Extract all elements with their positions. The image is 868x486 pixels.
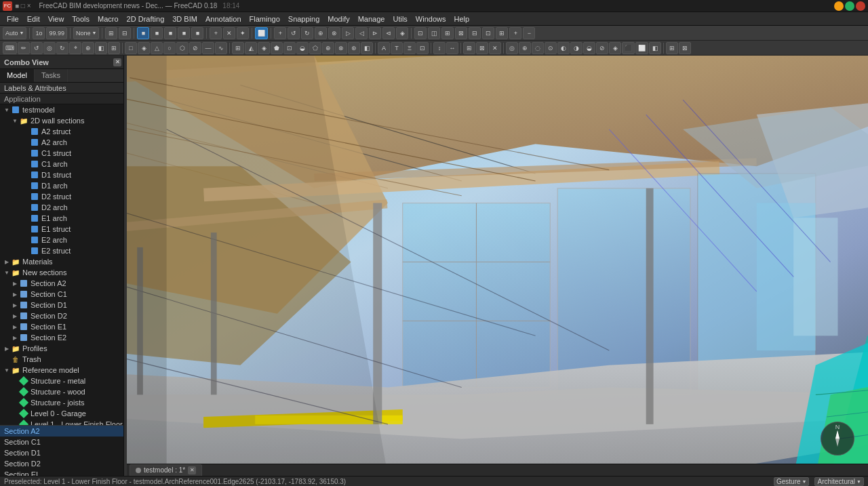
tb2-3[interactable]: ↺ (31, 42, 43, 54)
tb2-38[interactable]: ◎ (506, 42, 518, 54)
tb2-36[interactable]: ⊠ (476, 42, 488, 54)
tree-item-section-c1[interactable]: ▶ Section C1 (0, 289, 123, 300)
tb2-45[interactable]: ⊘ (596, 42, 608, 54)
tree-item-struct-joists[interactable]: ▶ Structure - joists (0, 397, 123, 408)
menu-manage[interactable]: Manage (354, 14, 389, 24)
tab-model[interactable]: Model (0, 69, 35, 82)
tb-extra19[interactable]: − (523, 27, 535, 39)
tb-extra13[interactable]: ⊞ (441, 27, 454, 39)
tb2-10[interactable]: □ (125, 42, 137, 54)
tb2-2[interactable]: ✏ (18, 42, 30, 54)
tb2-4[interactable]: ◎ (43, 42, 56, 54)
tb2-31[interactable]: Ξ (403, 42, 416, 54)
bottom-section-a2[interactable]: Section A2 (0, 426, 123, 437)
tb-extra5[interactable]: ⊗ (328, 27, 340, 39)
tree-item-testmodel[interactable]: ▼ testmodel (0, 104, 123, 115)
tb2-17[interactable]: ∿ (215, 42, 227, 54)
tb2-8[interactable]: ◧ (95, 42, 107, 54)
tb2-18[interactable]: ⊞ (232, 42, 244, 54)
tb-snap4[interactable]: ■ (178, 27, 190, 39)
tb2-19[interactable]: ◭ (245, 42, 257, 54)
tb2-12[interactable]: △ (151, 42, 163, 54)
tb2-40[interactable]: ◌ (532, 42, 544, 54)
tb2-47[interactable]: ⬛ (622, 42, 635, 54)
tb-grid2[interactable]: ⊟ (119, 27, 131, 39)
model-tree[interactable]: ▼ testmodel ▼ 📁 2D wall sections ▶ A2 st… (0, 104, 123, 425)
tb2-51[interactable]: ⊠ (679, 42, 691, 54)
tb2-14[interactable]: ⬡ (176, 42, 189, 54)
tb2-49[interactable]: ◧ (649, 42, 661, 54)
tree-item-level0[interactable]: ▶ Level 0 - Garage (0, 408, 123, 419)
tb-extra3[interactable]: ↻ (301, 27, 313, 39)
tree-item-2d-wall[interactable]: ▼ 📁 2D wall sections (0, 115, 123, 126)
tree-item-d2-arch[interactable]: ▶ D2 arch (0, 202, 123, 213)
menu-snapping[interactable]: Snapping (284, 14, 324, 24)
status-gesture-dropdown[interactable]: Gesture ▼ (774, 477, 810, 486)
tb2-7[interactable]: ⊕ (82, 42, 94, 54)
tree-item-a2-arch[interactable]: ▶ A2 arch (0, 137, 123, 148)
tree-item-e2-struct[interactable]: ▶ E2 struct (0, 245, 123, 256)
tb2-23[interactable]: ◒ (296, 42, 309, 54)
tb2-34[interactable]: ↔ (446, 42, 458, 54)
tb-extra10[interactable]: ◈ (396, 27, 408, 39)
tree-item-e1-struct[interactable]: ▶ E1 struct (0, 224, 123, 235)
menu-tools[interactable]: Tools (68, 14, 94, 24)
tb2-5[interactable]: ↻ (56, 42, 68, 54)
tb-snap1[interactable]: ■ (137, 27, 149, 39)
bottom-section-ei[interactable]: Section EI (0, 469, 123, 476)
menu-file[interactable]: File (3, 14, 23, 24)
tb2-32[interactable]: ⊡ (416, 42, 429, 54)
tb-extra16[interactable]: ⊡ (482, 27, 494, 39)
viewport-3d[interactable]: testmodel : 1* ✕ N (127, 56, 868, 476)
tb-input-1o[interactable]: 1o (33, 27, 45, 39)
viewport-tab-testmodel[interactable]: testmodel : 1* ✕ (130, 464, 202, 477)
tb-plus[interactable]: + (210, 27, 222, 39)
tb2-41[interactable]: ⊙ (545, 42, 557, 54)
tree-item-level1[interactable]: ▶ Level 1 - Lower Finish Floor (0, 419, 123, 425)
tb-extra4[interactable]: ⊕ (315, 27, 327, 39)
tab-tasks[interactable]: Tasks (35, 69, 68, 82)
menu-windows[interactable]: Windows (412, 14, 450, 24)
tb2-44[interactable]: ◒ (583, 42, 595, 54)
tb2-16[interactable]: — (202, 42, 214, 54)
tree-item-profiles[interactable]: ▶ 📁 Profiles (0, 343, 123, 354)
bottom-section-d1[interactable]: Section D1 (0, 447, 123, 458)
tb2-11[interactable]: ◈ (138, 42, 150, 54)
menu-annotation[interactable]: Annotation (201, 14, 245, 24)
tree-item-section-e1[interactable]: ▶ Section E1 (0, 321, 123, 332)
tb-extra7[interactable]: ◁ (355, 27, 368, 39)
tree-item-section-d1[interactable]: ▶ Section D1 (0, 300, 123, 310)
tree-item-materials[interactable]: ▶ 📁 Materials (0, 256, 123, 267)
tree-item-section-d2[interactable]: ▶ Section D2 (0, 310, 123, 321)
tb-snap3[interactable]: ■ (164, 27, 176, 39)
menu-help[interactable]: Help (450, 14, 473, 24)
menu-utils[interactable]: Utils (389, 14, 411, 24)
tb2-42[interactable]: ◐ (557, 42, 570, 54)
tb-extra6[interactable]: ▷ (342, 27, 354, 39)
menu-flamingo[interactable]: Flamingo (245, 14, 284, 24)
tree-item-struct-wood[interactable]: ▶ Structure - wood (0, 386, 123, 397)
tb-extra9[interactable]: ⊲ (382, 27, 395, 39)
close-btn[interactable] (856, 1, 865, 11)
tb2-24[interactable]: ⬠ (309, 42, 321, 54)
tb2-39[interactable]: ⊕ (519, 42, 531, 54)
tb2-50[interactable]: ⊞ (666, 42, 678, 54)
tb-extra12[interactable]: ◫ (428, 27, 440, 39)
tb-extra8[interactable]: ⊳ (369, 27, 381, 39)
tb2-37[interactable]: ✕ (489, 42, 501, 54)
menu-view[interactable]: View (44, 14, 68, 24)
tb-view-toggle[interactable]: ⬜ (255, 27, 268, 39)
tb-snap5[interactable]: ■ (191, 27, 203, 39)
tb-grid[interactable]: ⊞ (105, 27, 117, 39)
tb-x[interactable]: ✕ (223, 27, 235, 39)
tb2-46[interactable]: ◈ (609, 42, 621, 54)
menu-2d-drafting[interactable]: 2D Drafting (123, 14, 169, 24)
menu-macro[interactable]: Macro (94, 14, 123, 24)
tb2-27[interactable]: ⊛ (348, 42, 360, 54)
tb2-35[interactable]: ⊞ (463, 42, 475, 54)
tb2-28[interactable]: ◧ (361, 42, 373, 54)
tb-extra15[interactable]: ⊟ (469, 27, 481, 39)
tree-item-d1-struct[interactable]: ▶ D1 struct (0, 169, 123, 180)
tb-extra2[interactable]: ↺ (288, 27, 300, 39)
tb2-33[interactable]: ↕ (433, 42, 446, 54)
